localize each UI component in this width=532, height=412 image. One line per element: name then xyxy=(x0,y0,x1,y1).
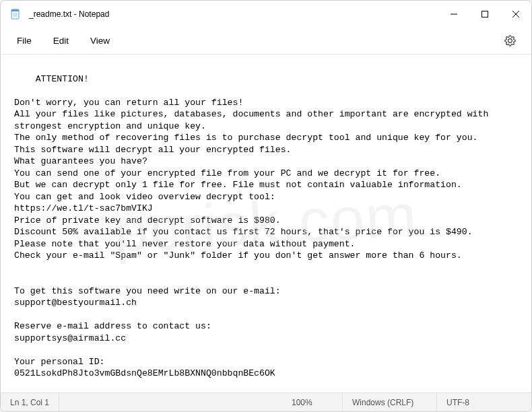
status-zoom[interactable]: 100% xyxy=(282,393,343,411)
svg-rect-6 xyxy=(482,11,488,17)
notepad-window: _readme.txt - Notepad File Edit View AT xyxy=(0,0,532,412)
menubar: File Edit View xyxy=(1,28,531,55)
gear-icon xyxy=(504,35,516,46)
menu-file[interactable]: File xyxy=(6,32,42,50)
document-content: ATTENTION! Don't worry, you can return a… xyxy=(14,74,494,379)
close-button[interactable] xyxy=(500,1,531,27)
status-encoding[interactable]: UTF-8 xyxy=(437,393,531,411)
status-cursor[interactable]: Ln 1, Col 1 xyxy=(1,393,59,411)
svg-rect-1 xyxy=(11,9,19,11)
titlebar[interactable]: _readme.txt - Notepad xyxy=(1,1,531,28)
settings-button[interactable] xyxy=(498,29,522,53)
menu-view[interactable]: View xyxy=(79,32,121,50)
text-editor[interactable]: ATTENTION! Don't worry, you can return a… xyxy=(1,55,531,392)
notepad-icon xyxy=(10,9,21,20)
status-line-ending[interactable]: Windows (CRLF) xyxy=(343,393,437,411)
minimize-button[interactable] xyxy=(438,1,469,27)
window-controls xyxy=(438,1,531,27)
window-title: _readme.txt - Notepad xyxy=(29,9,109,19)
menu-edit[interactable]: Edit xyxy=(42,32,79,50)
statusbar: Ln 1, Col 1 100% Windows (CRLF) UTF-8 xyxy=(1,392,531,411)
maximize-button[interactable] xyxy=(469,1,500,27)
